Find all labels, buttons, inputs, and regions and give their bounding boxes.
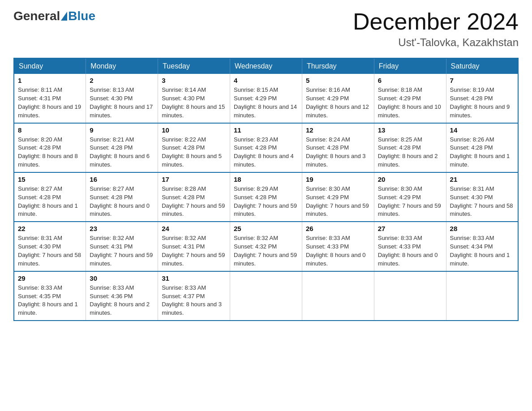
calendar-day-cell bbox=[302, 271, 374, 321]
calendar-day-cell: 28 Sunrise: 8:33 AM Sunset: 4:34 PM Dayl… bbox=[446, 222, 518, 271]
logo-blue-text: Blue bbox=[68, 9, 95, 23]
weekday-header-friday: Friday bbox=[374, 58, 446, 74]
calendar-day-cell: 20 Sunrise: 8:30 AM Sunset: 4:29 PM Dayl… bbox=[374, 172, 446, 222]
day-number: 2 bbox=[90, 77, 154, 84]
calendar-table: SundayMondayTuesdayWednesdayThursdayFrid… bbox=[13, 58, 519, 321]
day-info: Sunrise: 8:25 AM Sunset: 4:28 PM Dayligh… bbox=[378, 136, 442, 169]
day-info: Sunrise: 8:19 AM Sunset: 4:28 PM Dayligh… bbox=[450, 86, 514, 120]
calendar-day-cell: 8 Sunrise: 8:20 AM Sunset: 4:28 PM Dayli… bbox=[14, 123, 86, 172]
day-info: Sunrise: 8:33 AM Sunset: 4:33 PM Dayligh… bbox=[378, 234, 442, 268]
day-number: 17 bbox=[162, 176, 226, 183]
calendar-day-cell: 3 Sunrise: 8:14 AM Sunset: 4:30 PM Dayli… bbox=[158, 74, 230, 123]
day-info: Sunrise: 8:27 AM Sunset: 4:28 PM Dayligh… bbox=[18, 185, 82, 218]
calendar-day-cell: 21 Sunrise: 8:31 AM Sunset: 4:30 PM Dayl… bbox=[446, 172, 518, 222]
calendar-day-cell: 26 Sunrise: 8:33 AM Sunset: 4:33 PM Dayl… bbox=[302, 222, 374, 271]
day-number: 27 bbox=[378, 225, 442, 232]
day-info: Sunrise: 8:27 AM Sunset: 4:28 PM Dayligh… bbox=[90, 185, 154, 218]
day-info: Sunrise: 8:16 AM Sunset: 4:29 PM Dayligh… bbox=[306, 86, 370, 120]
day-info: Sunrise: 8:26 AM Sunset: 4:28 PM Dayligh… bbox=[450, 136, 514, 169]
day-number: 3 bbox=[162, 77, 226, 84]
calendar-day-cell: 24 Sunrise: 8:32 AM Sunset: 4:31 PM Dayl… bbox=[158, 222, 230, 271]
day-number: 5 bbox=[306, 77, 370, 84]
calendar-subtitle: Ust'-Talovka, Kazakhstan bbox=[353, 36, 519, 49]
day-number: 1 bbox=[18, 77, 82, 84]
calendar-day-cell: 16 Sunrise: 8:27 AM Sunset: 4:28 PM Dayl… bbox=[86, 172, 158, 222]
calendar-day-cell: 11 Sunrise: 8:23 AM Sunset: 4:28 PM Dayl… bbox=[230, 123, 302, 172]
calendar-day-cell: 9 Sunrise: 8:21 AM Sunset: 4:28 PM Dayli… bbox=[86, 123, 158, 172]
day-info: Sunrise: 8:14 AM Sunset: 4:30 PM Dayligh… bbox=[162, 86, 226, 120]
calendar-day-cell: 18 Sunrise: 8:29 AM Sunset: 4:28 PM Dayl… bbox=[230, 172, 302, 222]
day-number: 9 bbox=[90, 126, 154, 134]
day-number: 13 bbox=[378, 126, 442, 134]
day-number: 7 bbox=[450, 77, 514, 84]
day-number: 30 bbox=[90, 274, 154, 282]
day-info: Sunrise: 8:32 AM Sunset: 4:32 PM Dayligh… bbox=[234, 234, 298, 268]
day-info: Sunrise: 8:22 AM Sunset: 4:28 PM Dayligh… bbox=[162, 136, 226, 169]
day-number: 31 bbox=[162, 274, 226, 282]
day-info: Sunrise: 8:33 AM Sunset: 4:36 PM Dayligh… bbox=[90, 284, 154, 317]
day-info: Sunrise: 8:33 AM Sunset: 4:34 PM Dayligh… bbox=[450, 234, 514, 268]
day-number: 14 bbox=[450, 126, 514, 134]
calendar-day-cell: 2 Sunrise: 8:13 AM Sunset: 4:30 PM Dayli… bbox=[86, 74, 158, 123]
day-number: 6 bbox=[378, 77, 442, 84]
day-info: Sunrise: 8:32 AM Sunset: 4:31 PM Dayligh… bbox=[162, 234, 226, 268]
calendar-title: December 2024 bbox=[353, 9, 519, 34]
day-info: Sunrise: 8:21 AM Sunset: 4:28 PM Dayligh… bbox=[90, 136, 154, 169]
day-info: Sunrise: 8:29 AM Sunset: 4:28 PM Dayligh… bbox=[234, 185, 298, 218]
day-number: 22 bbox=[18, 225, 82, 232]
day-info: Sunrise: 8:15 AM Sunset: 4:29 PM Dayligh… bbox=[234, 86, 298, 120]
day-number: 25 bbox=[234, 225, 298, 232]
day-info: Sunrise: 8:33 AM Sunset: 4:33 PM Dayligh… bbox=[306, 234, 370, 268]
calendar-day-cell: 31 Sunrise: 8:33 AM Sunset: 4:37 PM Dayl… bbox=[158, 271, 230, 321]
calendar-day-cell: 29 Sunrise: 8:33 AM Sunset: 4:35 PM Dayl… bbox=[14, 271, 86, 321]
calendar-week-row: 15 Sunrise: 8:27 AM Sunset: 4:28 PM Dayl… bbox=[14, 172, 518, 222]
calendar-day-cell: 17 Sunrise: 8:28 AM Sunset: 4:28 PM Dayl… bbox=[158, 172, 230, 222]
logo-triangle-icon bbox=[61, 12, 67, 21]
day-info: Sunrise: 8:33 AM Sunset: 4:35 PM Dayligh… bbox=[18, 284, 82, 317]
day-info: Sunrise: 8:30 AM Sunset: 4:29 PM Dayligh… bbox=[378, 185, 442, 218]
day-info: Sunrise: 8:31 AM Sunset: 4:30 PM Dayligh… bbox=[18, 234, 82, 268]
calendar-day-cell: 4 Sunrise: 8:15 AM Sunset: 4:29 PM Dayli… bbox=[230, 74, 302, 123]
title-block: December 2024 Ust'-Talovka, Kazakhstan bbox=[353, 9, 519, 49]
day-info: Sunrise: 8:24 AM Sunset: 4:28 PM Dayligh… bbox=[306, 136, 370, 169]
calendar-day-cell: 23 Sunrise: 8:32 AM Sunset: 4:31 PM Dayl… bbox=[86, 222, 158, 271]
day-info: Sunrise: 8:13 AM Sunset: 4:30 PM Dayligh… bbox=[90, 86, 154, 120]
calendar-week-row: 22 Sunrise: 8:31 AM Sunset: 4:30 PM Dayl… bbox=[14, 222, 518, 271]
day-info: Sunrise: 8:32 AM Sunset: 4:31 PM Dayligh… bbox=[90, 234, 154, 268]
day-number: 4 bbox=[234, 77, 298, 84]
day-info: Sunrise: 8:23 AM Sunset: 4:28 PM Dayligh… bbox=[234, 136, 298, 169]
day-info: Sunrise: 8:18 AM Sunset: 4:29 PM Dayligh… bbox=[378, 86, 442, 120]
day-info: Sunrise: 8:30 AM Sunset: 4:29 PM Dayligh… bbox=[306, 185, 370, 218]
day-number: 28 bbox=[450, 225, 514, 232]
day-info: Sunrise: 8:28 AM Sunset: 4:28 PM Dayligh… bbox=[162, 185, 226, 218]
calendar-day-cell: 19 Sunrise: 8:30 AM Sunset: 4:29 PM Dayl… bbox=[302, 172, 374, 222]
day-number: 26 bbox=[306, 225, 370, 232]
day-number: 16 bbox=[90, 176, 154, 183]
day-number: 11 bbox=[234, 126, 298, 134]
calendar-day-cell: 7 Sunrise: 8:19 AM Sunset: 4:28 PM Dayli… bbox=[446, 74, 518, 123]
calendar-day-cell: 1 Sunrise: 8:11 AM Sunset: 4:31 PM Dayli… bbox=[14, 74, 86, 123]
day-number: 29 bbox=[18, 274, 82, 282]
calendar-day-cell: 10 Sunrise: 8:22 AM Sunset: 4:28 PM Dayl… bbox=[158, 123, 230, 172]
day-number: 10 bbox=[162, 126, 226, 134]
calendar-day-cell bbox=[446, 271, 518, 321]
day-info: Sunrise: 8:33 AM Sunset: 4:37 PM Dayligh… bbox=[162, 284, 226, 317]
day-number: 15 bbox=[18, 176, 82, 183]
calendar-header-row: SundayMondayTuesdayWednesdayThursdayFrid… bbox=[14, 58, 518, 74]
calendar-day-cell: 5 Sunrise: 8:16 AM Sunset: 4:29 PM Dayli… bbox=[302, 74, 374, 123]
day-number: 20 bbox=[378, 176, 442, 183]
day-number: 24 bbox=[162, 225, 226, 232]
weekday-header-saturday: Saturday bbox=[446, 58, 518, 74]
calendar-day-cell: 22 Sunrise: 8:31 AM Sunset: 4:30 PM Dayl… bbox=[14, 222, 86, 271]
calendar-day-cell: 6 Sunrise: 8:18 AM Sunset: 4:29 PM Dayli… bbox=[374, 74, 446, 123]
day-number: 18 bbox=[234, 176, 298, 183]
day-number: 19 bbox=[306, 176, 370, 183]
calendar-day-cell: 15 Sunrise: 8:27 AM Sunset: 4:28 PM Dayl… bbox=[14, 172, 86, 222]
calendar-day-cell bbox=[230, 271, 302, 321]
calendar-day-cell: 14 Sunrise: 8:26 AM Sunset: 4:28 PM Dayl… bbox=[446, 123, 518, 172]
calendar-week-row: 1 Sunrise: 8:11 AM Sunset: 4:31 PM Dayli… bbox=[14, 74, 518, 123]
day-info: Sunrise: 8:31 AM Sunset: 4:30 PM Dayligh… bbox=[450, 185, 514, 218]
day-number: 23 bbox=[90, 225, 154, 232]
day-info: Sunrise: 8:20 AM Sunset: 4:28 PM Dayligh… bbox=[18, 136, 82, 169]
weekday-header-monday: Monday bbox=[86, 58, 158, 74]
